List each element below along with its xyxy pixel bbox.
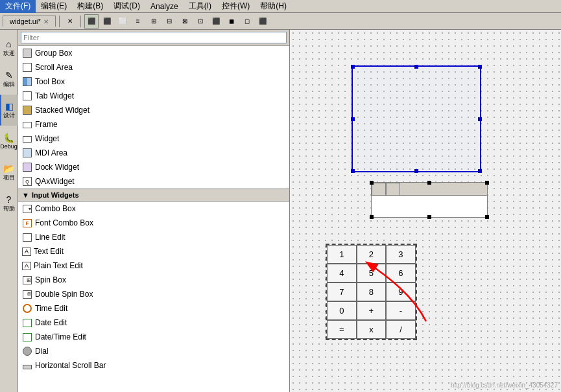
widget-item-groupbox[interactable]: Group Box <box>18 46 289 60</box>
widget-item-doublespinbox[interactable]: ⊞ Double Spin Box <box>18 287 289 301</box>
handle-bc[interactable] <box>414 169 418 173</box>
handle-br[interactable] <box>478 169 482 173</box>
mdiarea-icon <box>22 148 32 158</box>
toolbar-btn-10[interactable]: ◼ <box>224 14 239 29</box>
menu-item-build[interactable]: 构建(B) <box>72 0 108 13</box>
tab-handle-bl[interactable] <box>370 215 374 219</box>
menu-item-tools[interactable]: 工具(I) <box>184 0 217 13</box>
toolbar-btn-1[interactable]: ⬛ <box>84 14 99 29</box>
tab-handle-tc[interactable] <box>427 181 431 185</box>
handle-bl[interactable] <box>351 169 355 173</box>
watermark: http://blog.csdn.net/weixin_43054327 <box>451 382 558 389</box>
numpad-cell-minus: - <box>386 301 416 320</box>
lineedit-icon <box>22 232 32 242</box>
widget-item-frame[interactable]: Frame <box>18 117 289 132</box>
widget-item-toolbox[interactable]: Tool Box <box>18 75 289 89</box>
canvas-area[interactable]: 1 2 3 4 5 6 7 8 9 0 + - = x / <box>290 30 561 392</box>
handle-tl[interactable] <box>351 65 355 69</box>
datetimeedit-label: Date/Time Edit <box>35 332 86 341</box>
canvas-tab-1[interactable] <box>372 183 386 195</box>
toolbar-btn-7[interactable]: ⊠ <box>178 14 192 29</box>
widget-item-datetimeedit[interactable]: Date/Time Edit <box>18 330 289 344</box>
handle-ml[interactable] <box>351 117 355 121</box>
numpad-cell-1: 1 <box>327 245 357 264</box>
widget-item-mdiarea[interactable]: MDI Area <box>18 146 289 160</box>
widget-item-spinbox[interactable]: ⊞ Spin Box <box>18 273 289 287</box>
widget-item-stacked[interactable]: Stacked Widget <box>18 103 289 117</box>
filter-input[interactable] <box>21 32 287 43</box>
widget-item-combobox[interactable]: ▾ Combo Box <box>18 202 289 216</box>
toolbar-btn-6[interactable]: ⊟ <box>162 14 176 29</box>
toolbar-btn-3[interactable]: ⬜ <box>115 14 130 29</box>
widget-item-textedit[interactable]: A Text Edit <box>18 244 289 259</box>
window-tab[interactable]: widget.ui* ✕ <box>3 16 56 27</box>
spinbox-label: Spin Box <box>35 275 66 284</box>
sidebar-icon-debug[interactable]: 🐛 Debug <box>0 126 18 157</box>
frame-label: Frame <box>35 120 58 129</box>
window-tab-close[interactable]: ✕ <box>43 18 49 25</box>
left-icon-bar: ⌂ 欢迎 ✎ 编辑 ◧ 设计 🐛 Debug 📂 项目 ? 帮助 <box>0 30 18 392</box>
widget-item-tabwidget[interactable]: Tab Widget <box>18 89 289 103</box>
menu-item-file[interactable]: 文件(F) <box>0 0 36 13</box>
sidebar-icon-welcome[interactable]: ⌂ 欢迎 <box>0 32 18 63</box>
doublespinbox-icon: ⊞ <box>22 289 32 299</box>
widget-item-plaintextedit[interactable]: A Plain Text Edit <box>18 259 289 273</box>
canvas-tab-widget[interactable] <box>371 182 488 218</box>
toolbar-btn-12[interactable]: ⬛ <box>256 14 270 29</box>
sidebar-icon-help[interactable]: ? 帮助 <box>0 188 18 219</box>
frame-icon <box>22 119 32 130</box>
toolbar-btn-4[interactable]: ≡ <box>131 14 145 29</box>
sidebar-icon-edit[interactable]: ✎ 编辑 <box>0 63 18 95</box>
menu-item-analyze[interactable]: Analyze <box>145 1 184 12</box>
datetimeedit-icon <box>22 332 32 342</box>
sidebar-icon-project[interactable]: 📂 项目 <box>0 157 18 188</box>
plaintextedit-icon: A <box>22 262 31 270</box>
widget-panel: Group Box Scroll Area Tool Box Tab Widge… <box>18 30 290 392</box>
selection-box-main[interactable] <box>352 65 481 172</box>
menu-item-help[interactable]: 帮助(H) <box>255 0 292 13</box>
handle-tc[interactable] <box>414 65 418 69</box>
sidebar-icon-design[interactable]: ◧ 设计 <box>0 95 18 126</box>
widget-item-qaxwidget[interactable]: Q QAxWidget <box>18 174 289 189</box>
tab-handle-tl[interactable] <box>370 181 374 185</box>
widget-item-dockwidget[interactable]: Dock Widget <box>18 160 289 174</box>
widget-item-scrollarea[interactable]: Scroll Area <box>18 60 289 75</box>
toolbar-btn-8[interactable]: ⊡ <box>193 14 208 29</box>
widget-item-dial[interactable]: Dial <box>18 344 289 358</box>
hscrollbar-label: Horizontal Scroll Bar <box>35 361 106 370</box>
qaxwidget-label: QAxWidget <box>35 177 75 186</box>
canvas-tab-2[interactable] <box>386 183 400 195</box>
dateedit-icon <box>22 317 32 328</box>
toolbar-btn-5[interactable]: ⊞ <box>147 14 161 29</box>
widget-item-lineedit[interactable]: Line Edit <box>18 230 289 244</box>
toolbox-label: Tool Box <box>35 77 65 86</box>
numpad-cell-5: 5 <box>357 264 387 282</box>
widget-item-timeedit[interactable]: Time Edit <box>18 301 289 316</box>
tab-handle-br[interactable] <box>485 215 489 219</box>
toolbar-btn-11[interactable]: ◻ <box>240 14 254 29</box>
tab-handle-bc[interactable] <box>427 215 431 219</box>
widget-item-hscrollbar[interactable]: Horizontal Scroll Bar <box>18 358 289 373</box>
toolbar-btn-close[interactable]: ✕ <box>63 14 77 29</box>
tab-handle-tr[interactable] <box>485 181 489 185</box>
numpad-cell-3: 3 <box>386 245 416 264</box>
numpad-cell-9: 9 <box>386 282 416 301</box>
handle-mr[interactable] <box>478 117 482 121</box>
widget-item-dateedit[interactable]: Date Edit <box>18 316 289 330</box>
groupbox-icon <box>22 48 32 58</box>
widget-item-fontcombobox[interactable]: F Font Combo Box <box>18 216 289 230</box>
widget-item-widget[interactable]: Widget <box>18 132 289 146</box>
handle-tr[interactable] <box>478 65 482 69</box>
numpad-cell-div: / <box>386 320 416 339</box>
toolbar-btn-9[interactable]: ⬛ <box>209 14 223 29</box>
section-collapse-icon[interactable]: ▼ <box>22 191 29 199</box>
hscrollbar-icon <box>22 360 32 371</box>
menu-item-debug[interactable]: 调试(D) <box>108 0 145 13</box>
menu-item-edit[interactable]: 编辑(E) <box>36 0 72 13</box>
canvas-dot-grid: 1 2 3 4 5 6 7 8 9 0 + - = x / <box>290 30 561 392</box>
menu-item-controls[interactable]: 控件(W) <box>217 0 255 13</box>
numpad-cell-x: x <box>357 320 387 339</box>
canvas-tab-bar <box>372 183 487 196</box>
toolbar-btn-2[interactable]: ⬛ <box>100 14 114 29</box>
section-header-input: ▼ Input Widgets <box>18 189 289 202</box>
